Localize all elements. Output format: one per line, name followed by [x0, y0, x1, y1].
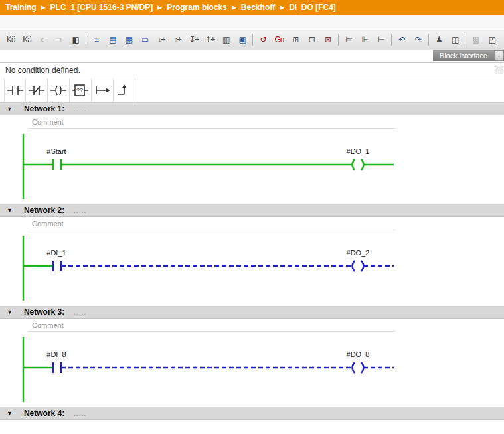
contact-closed-icon — [28, 83, 45, 98]
block-interface-label: Block interface — [440, 52, 487, 60]
absolute-representation-icon: Kä — [23, 36, 31, 44]
coil-icon — [50, 83, 67, 98]
breadcrumb: Training▶PLC_1 [CPU 1516-3 PN/DP]▶Progra… — [0, 0, 504, 15]
network-3-header[interactable]: ▼ Network 3: ..... — [0, 306, 504, 319]
jump-label-button[interactable]: ⊨ — [341, 31, 357, 48]
network-title-placeholder: ..... — [74, 410, 86, 417]
favorite-close-branch-button[interactable] — [114, 78, 135, 102]
favorite-empty-box-button[interactable]: ?? — [70, 78, 92, 102]
next-error-icon: Go — [274, 36, 284, 44]
ladder-rung-diagram — [0, 232, 504, 306]
network-1: ▼ Network 1: ..... Comment #Start #DO_1 — [0, 103, 504, 204]
free-comments-icon: ▦ — [126, 36, 132, 44]
call-structure-button[interactable]: ⊩ — [357, 31, 373, 48]
collapse-triangle-icon: ▼ — [7, 106, 13, 112]
panel-handle-button[interactable] — [495, 66, 503, 74]
collapse-triangle-icon: ▼ — [7, 207, 13, 214]
close-branch-icon — [116, 83, 133, 98]
jump-label-icon: ⊨ — [345, 36, 351, 44]
network-comment[interactable]: Comment — [32, 321, 504, 329]
network-overview-button[interactable]: ▤ — [104, 31, 120, 48]
next-usage-button[interactable]: ↷ — [410, 31, 426, 48]
network-1-header[interactable]: ▼ Network 1: ..... — [0, 103, 504, 115]
previous-error-button[interactable]: ↺ — [255, 31, 271, 48]
block-interface-toggle-button[interactable]: ▫ — [494, 50, 504, 61]
network-comment[interactable]: Comment — [32, 118, 504, 126]
collapse-operands-button[interactable]: ↥± — [202, 31, 218, 48]
snapshot-icon: ◫ — [452, 36, 458, 44]
settings-button[interactable]: ▩ — [467, 31, 483, 48]
rung-area: #Start #DO_1 — [0, 130, 504, 204]
check-consistency-button[interactable]: ⊟ — [303, 31, 319, 48]
open-all-networks-button[interactable]: ↓± — [153, 31, 169, 48]
comment-divider — [28, 331, 395, 332]
network-title-placeholder: ..... — [74, 309, 86, 316]
absolute-representation-button[interactable]: Kä — [19, 31, 35, 48]
network-title: Network 3: — [24, 307, 64, 317]
network-title-placeholder: ..... — [74, 207, 86, 214]
breadcrumb-item[interactable]: DI_DO [FC4] — [289, 3, 336, 12]
next-usage-icon: ↷ — [415, 36, 421, 44]
open-branch-icon — [94, 83, 111, 98]
insert-network-icon: ◧ — [72, 36, 79, 44]
free-comments-button[interactable]: ▦ — [121, 31, 137, 48]
editor-pane-icon: ◳ — [489, 36, 495, 44]
collapse-triangle-icon: ▼ — [7, 410, 13, 417]
call-hierarchy-icon: ⊢ — [378, 36, 384, 44]
know-how-protection-icon: ♟ — [436, 36, 442, 44]
network-overview-icon: ▤ — [109, 36, 116, 44]
next-error-button[interactable]: Go — [271, 31, 287, 48]
expand-operands-icon: ↧± — [189, 36, 199, 44]
show-favorites-button[interactable]: ≡ — [88, 31, 104, 48]
condition-text: No condition defined. — [5, 66, 80, 75]
comment-divider — [28, 230, 395, 230]
network-4-header[interactable]: ▼ Network 4: ..... — [0, 407, 504, 420]
update-calls-button[interactable]: ⊞ — [288, 31, 303, 48]
snapshot-button[interactable]: ◫ — [447, 31, 463, 48]
refresh-interface-button[interactable]: ⊠ — [319, 31, 335, 48]
program-status-button[interactable]: ▥ — [218, 31, 234, 48]
selection-frame-button[interactable]: ▣ — [234, 31, 250, 48]
increase-indent-button[interactable]: ⇥ — [51, 31, 67, 48]
block-interface-tab[interactable]: Block interface — [433, 50, 494, 61]
rung-area: #DI_8 #DO_8 — [0, 333, 504, 407]
rung-area: #DI_1 #DO_2 — [0, 232, 504, 306]
collapse-triangle-icon: ▼ — [7, 309, 13, 315]
insert-network-button[interactable]: ◧ — [68, 31, 84, 48]
favorite-open-branch-button[interactable] — [92, 78, 114, 102]
breadcrumb-item[interactable]: PLC_1 [CPU 1516-3 PN/DP] — [50, 3, 153, 12]
close-all-networks-button[interactable]: ↑± — [169, 31, 185, 48]
breadcrumb-item[interactable]: Program blocks — [167, 3, 227, 12]
network-2-comment-row: Comment — [0, 217, 504, 232]
selection-frame-icon: ▣ — [238, 36, 245, 44]
decrease-indent-icon: ⇤ — [40, 36, 46, 44]
collapse-operands-icon: ↥± — [205, 36, 215, 44]
breadcrumb-separator-icon: ▶ — [157, 4, 162, 11]
empty-box-label: ?? — [76, 87, 83, 94]
network-comment[interactable]: Comment — [32, 220, 504, 228]
decrease-indent-button[interactable]: ⇤ — [35, 31, 51, 48]
favorite-contact-open-button[interactable] — [4, 78, 26, 102]
call-hierarchy-button[interactable]: ⊢ — [373, 31, 389, 48]
symbolic-representation-button[interactable]: Kö — [3, 31, 19, 48]
editor-pane-button[interactable]: ◳ — [484, 31, 500, 48]
toolbar-separator — [391, 34, 392, 46]
breadcrumb-item[interactable]: Training — [5, 3, 37, 12]
network-comments-button[interactable]: ▭ — [137, 31, 153, 48]
favorite-contact-closed-button[interactable] — [26, 78, 48, 102]
settings-icon: ▩ — [472, 36, 479, 44]
network-2-header[interactable]: ▼ Network 2: ..... — [0, 204, 504, 217]
increase-indent-icon: ⇥ — [56, 36, 62, 44]
previous-error-icon: ↺ — [260, 36, 266, 44]
know-how-protection-button[interactable]: ♟ — [431, 31, 447, 48]
call-structure-icon: ⊩ — [362, 36, 368, 44]
favorite-coil-button[interactable] — [48, 78, 70, 102]
refresh-interface-icon: ⊠ — [325, 36, 331, 44]
network-comments-icon: ▭ — [141, 36, 148, 44]
favorites-bar: ?? — [0, 78, 504, 103]
breadcrumb-separator-icon: ▶ — [232, 4, 236, 11]
ladder-rung-diagram — [0, 333, 504, 407]
previous-usage-button[interactable]: ↶ — [394, 31, 410, 48]
breadcrumb-item[interactable]: Beckhoff — [241, 3, 275, 12]
expand-operands-button[interactable]: ↧± — [185, 31, 201, 48]
